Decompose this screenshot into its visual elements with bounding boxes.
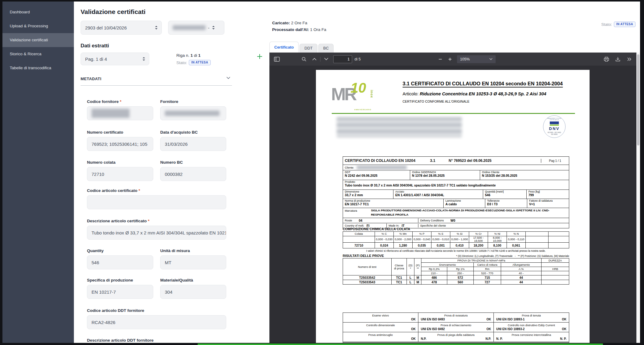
page-select-value: Pag. 1 di 4 xyxy=(85,56,140,62)
chem-range-empty xyxy=(343,236,375,243)
prove-range: 40 - xyxy=(501,271,542,275)
field-numero-colata: Numero colata 72710 xyxy=(87,160,153,181)
prove-cell: L xyxy=(407,275,414,280)
chem-range: 17,500 - 19,500 xyxy=(469,236,488,243)
norma-label: Norma di produzione xyxy=(345,199,441,202)
numero-certificato-input[interactable]: 769523; 10525306141; 105 xyxy=(87,137,153,151)
country-of-melt-label: Country of melt: xyxy=(345,224,364,227)
field-label: Quantity xyxy=(87,248,153,253)
specifica-produzione-input[interactable]: EN 10217-7 xyxy=(87,285,153,299)
prove-header-numero: Numero di test xyxy=(343,258,392,275)
sidebar-item-dashboard[interactable]: Dashboard xyxy=(2,5,74,19)
zoom-in-icon[interactable] xyxy=(446,55,454,63)
zoom-level-select[interactable]: 105% xyxy=(457,55,496,63)
chem-header: % Mn xyxy=(394,232,413,236)
sidebar-item-validazione-certificati[interactable]: Validazione certificati xyxy=(2,33,74,47)
next-page-icon[interactable] xyxy=(322,55,330,63)
field-value: EN 10217-7 xyxy=(92,289,116,295)
page-number-input[interactable] xyxy=(333,55,352,63)
articolo-value: Riduzione Concentrica EN 10253-3 Ø 48,3-… xyxy=(420,91,546,96)
prove-cell: TC1 xyxy=(392,275,407,280)
document-select[interactable]: 2903 del 10/04/2026 xyxy=(81,21,162,35)
field-codice-articolo-certificato: Codice articolo certificato * xyxy=(87,188,226,209)
document-tabs: Certificato DDT BC xyxy=(269,42,334,53)
sidebar-item-tabelle-transcodifica[interactable]: Tabelle di transcodifica xyxy=(2,61,74,75)
prove-cell: 44 xyxy=(501,280,542,285)
descrizione-articolo-certificato-input[interactable]: Tubo tondo inox Ø 33,7 x 2 mm AISI 304/3… xyxy=(87,226,226,240)
download-icon[interactable] xyxy=(614,55,622,63)
prove-header-snervamento: Snervamento xyxy=(421,263,474,267)
status-badge: IN ATTESA xyxy=(614,22,635,27)
tolleranze-label: Tolleranze xyxy=(487,199,525,202)
prove-header-p: (P)** xyxy=(414,258,421,275)
materiale-qualita-input[interactable]: 304 xyxy=(160,285,226,299)
tab-certificato[interactable]: Certificato xyxy=(269,42,299,53)
search-icon[interactable] xyxy=(300,55,308,63)
prove-range: 210 - xyxy=(421,271,447,275)
scrollbar-thumb[interactable] xyxy=(637,54,639,145)
test-cell: Prova di svasaturaUNI EN ISO 8493OK xyxy=(418,313,494,323)
chem-range: 0,000 - 1,000 xyxy=(450,236,469,243)
unita-misura-input[interactable]: MT xyxy=(160,255,226,269)
chem-range-empty xyxy=(526,236,549,243)
delivery-conditions-value: W0 xyxy=(451,219,455,222)
field-label: Numero colata xyxy=(87,160,153,165)
codice-articolo-certificato-input[interactable] xyxy=(87,195,226,209)
pdf-scrollbar[interactable] xyxy=(636,53,640,343)
tab-bc[interactable]: BC xyxy=(318,44,334,53)
marcatura-value: SIGLA PRODUTTORE-DIMENSIONE-ACCIAIO-COLA… xyxy=(371,208,567,217)
chevron-down-icon[interactable] xyxy=(226,75,231,80)
field-label: Descrizione articolo DDT fornitore xyxy=(87,338,226,343)
chem-range: 0,000 - 0,010 xyxy=(431,236,450,243)
partial-next-table xyxy=(343,342,569,343)
sidebar-toggle-icon[interactable] xyxy=(273,55,281,63)
codice-articolo-ddt-input[interactable]: RCA2-4826 xyxy=(87,315,226,329)
sidebar-item-upload-processing[interactable]: Upload & Processing xyxy=(2,19,74,33)
test-cell: Controllo non distruttivo Eddy CurrentUN… xyxy=(494,323,569,332)
prove-cell: TC1 xyxy=(392,280,407,285)
zoom-out-icon[interactable] xyxy=(436,55,444,63)
chem-header: % P xyxy=(413,232,431,236)
data-acquisto-bc-input[interactable]: 31/03/2026 xyxy=(160,137,226,151)
articolo-label: Articolo: xyxy=(403,91,418,96)
add-row-button[interactable] xyxy=(256,53,264,60)
page-select[interactable]: Pag. 1 di 4 xyxy=(81,53,149,65)
chem-value: 0,001 xyxy=(431,243,450,248)
sidebar-item-storico-ricerca[interactable]: Storico & Ricerca xyxy=(2,47,74,61)
laminazione-label: Laminazione xyxy=(445,199,483,202)
row-select[interactable]: - xyxy=(168,21,224,35)
print-icon[interactable] xyxy=(602,55,610,63)
fornitore-input[interactable] xyxy=(160,106,226,120)
codice-fornitore-input[interactable] xyxy=(87,106,153,120)
toolbar-more-icon[interactable] xyxy=(625,55,633,63)
sidebar: Dashboard Upload & Processing Validazion… xyxy=(2,2,74,343)
document-status: Stato: IN ATTESA xyxy=(601,22,635,27)
previous-page-icon[interactable] xyxy=(310,55,318,63)
prove-header-carico: Carico di rottura xyxy=(474,263,501,267)
prove-header-durezza: DUREZZA xyxy=(542,258,569,263)
tab-ddt[interactable]: DDT xyxy=(299,44,317,53)
pdf-canvas-area[interactable]: MR 10 inox ANNIVERSARIO 3.1 CERTIFICATO … xyxy=(269,66,636,343)
norma-value: EN 10217-7 TC1 xyxy=(345,202,441,206)
chem-section-title: COMPOSIZIONE CHIMICA DELLA COLATA xyxy=(343,227,410,231)
redacted-value xyxy=(92,109,130,118)
prove-range: 520 - 770 xyxy=(474,271,501,275)
pdf-toolbar: di 5 105% xyxy=(269,53,636,66)
numero-colata-input[interactable]: 72710 xyxy=(87,167,153,181)
processato-value: 1 Ora Fa xyxy=(310,27,326,32)
quantity-input[interactable]: 546 xyxy=(87,255,153,269)
field-numero-certificato: Numero certificato 769523; 10525306141; … xyxy=(87,130,153,151)
document-select-value: 2903 del 10/04/2026 xyxy=(85,25,152,30)
tolleranze-value: D3 \ T3 xyxy=(487,202,525,206)
prove-header-empty xyxy=(542,263,569,267)
field-label: Numero BC xyxy=(160,160,226,165)
document-pane: Caricato: 2 Ore Fa Processato dall'AI: 1… xyxy=(268,2,640,343)
metadati-header[interactable]: METADATI xyxy=(81,76,232,81)
upload-info: Caricato: 2 Ore Fa Processato dall'AI: 1… xyxy=(272,20,326,33)
prove-cell xyxy=(542,280,569,285)
numero-bc-input[interactable]: 0000382 xyxy=(160,167,226,181)
field-unita-misura: Unità di misura MT xyxy=(160,248,226,269)
field-value: 0000382 xyxy=(165,172,182,177)
caricato-value: 2 Ore Fa xyxy=(291,21,307,25)
field-value: RCA2-4826 xyxy=(92,320,115,325)
